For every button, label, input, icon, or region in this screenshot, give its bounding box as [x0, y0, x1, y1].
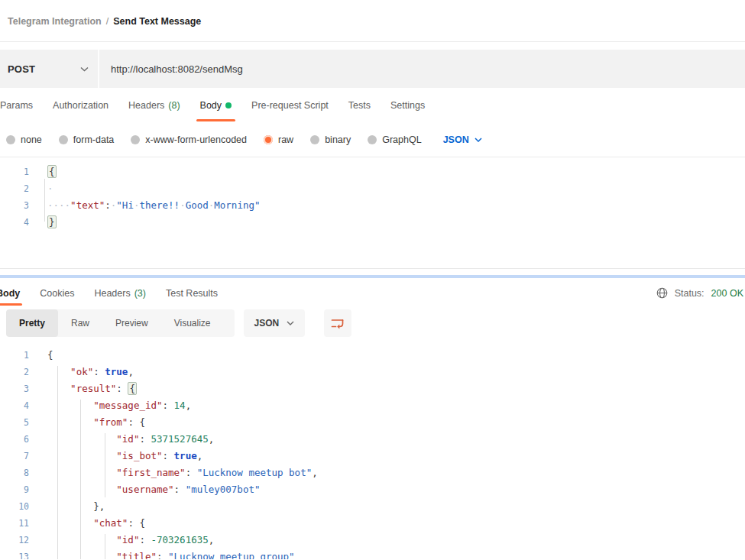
tab-label: Settings	[390, 100, 425, 111]
response-tab-headers[interactable]: Headers (3)	[84, 280, 156, 306]
code-line: 12 "id": -703261635,	[0, 532, 745, 549]
line-number: 11	[0, 515, 29, 532]
chevron-down-icon	[80, 66, 89, 72]
tab-label: Authorization	[53, 100, 109, 111]
response-body-editor[interactable]: 1{2 "ok": true,3 "result": {4 "message_i…	[0, 341, 745, 559]
radio-label: raw	[278, 134, 293, 145]
code-line: 9 "username": "muley007bot"	[0, 481, 745, 498]
code-text: "result": {	[47, 380, 137, 397]
line-number: 7	[0, 448, 29, 465]
code-text: "ok": true,	[47, 364, 134, 380]
method-label: POST	[8, 63, 35, 75]
globe-icon[interactable]	[656, 287, 668, 299]
radio-label: none	[21, 134, 42, 145]
body-modified-dot	[225, 102, 232, 108]
line-number: 1	[0, 163, 29, 180]
chevron-down-icon	[287, 321, 294, 325]
code-line: 3····"text":·"Hi·there!!·Good·Morning"	[0, 197, 745, 214]
code-text: ·	[47, 180, 53, 197]
view-raw[interactable]: Raw	[58, 309, 102, 337]
tab-headers[interactable]: Headers (8)	[118, 88, 190, 123]
code-line: 1{	[0, 163, 745, 180]
response-tab-body[interactable]: Body	[0, 280, 30, 306]
indent-guide	[44, 179, 45, 222]
code-text: },	[47, 498, 105, 515]
code-text: {	[47, 347, 53, 364]
breadcrumb-separator: /	[106, 16, 109, 27]
view-visualize[interactable]: Visualize	[161, 309, 224, 337]
request-tabs: Params Authorization Headers (8) Body Pr…	[0, 88, 745, 123]
tab-pre-request-script[interactable]: Pre-request Script	[241, 88, 338, 123]
line-number: 10	[0, 498, 29, 515]
request-body-editor[interactable]: 1{2·3····"text":·"Hi·there!!·Good·Mornin…	[0, 157, 745, 268]
code-line: 5 "from": {	[0, 414, 745, 431]
tab-label: Cookies	[40, 288, 74, 299]
code-line: 10 },	[0, 498, 745, 515]
breadcrumb: Telegram Integration / Send Text Message	[0, 0, 745, 42]
view-label: Preview	[115, 318, 148, 329]
code-line: 11 "chat": {	[0, 515, 745, 532]
url-input[interactable]: http://localhost:8082/sendMsg	[99, 50, 745, 88]
response-tab-cookies[interactable]: Cookies	[30, 280, 84, 306]
headers-count: (8)	[168, 100, 180, 111]
request-bar: POST http://localhost:8082/sendMsg	[0, 50, 745, 88]
view-label: Visualize	[174, 318, 211, 329]
code-text: "id": -703261635,	[47, 532, 214, 549]
active-tab-underline	[0, 303, 22, 306]
code-text: "title": "Lucknow meetup group"	[47, 549, 295, 559]
tab-label: Tests	[348, 100, 371, 111]
view-label: Raw	[71, 318, 89, 329]
tab-settings[interactable]: Settings	[381, 88, 435, 123]
postman-request-view: Telegram Integration / Send Text Message…	[0, 0, 745, 560]
response-format-selector[interactable]: JSON	[244, 309, 306, 337]
line-number: 12	[0, 532, 29, 549]
code-line: 8 "first_name": "Lucknow meetup bot",	[0, 465, 745, 481]
radio-x-www-form-urlencoded[interactable]: x-www-form-urlencoded	[131, 134, 247, 145]
tab-authorization[interactable]: Authorization	[43, 88, 118, 123]
code-line: 13 "title": "Lucknow meetup group"	[0, 549, 745, 559]
code-line: 2·	[0, 180, 745, 197]
radio-none[interactable]: none	[6, 134, 42, 145]
radio-form-data[interactable]: form-data	[59, 134, 115, 145]
line-number: 4	[0, 397, 29, 414]
view-pretty[interactable]: Pretty	[6, 309, 58, 337]
format-label: JSON	[443, 134, 469, 145]
tab-tests[interactable]: Tests	[338, 88, 381, 123]
radio-label: form-data	[73, 134, 115, 145]
code-text: "message_id": 14,	[47, 397, 191, 414]
code-text: "from": {	[47, 414, 145, 431]
code-text: "is_bot": true,	[47, 448, 202, 465]
code-line: 3 "result": {	[0, 380, 745, 397]
wrap-text-icon	[331, 318, 345, 329]
code-text: "username": "muley007bot"	[47, 481, 260, 498]
raw-format-selector[interactable]: JSON	[443, 134, 482, 145]
request-bar-wrap: POST http://localhost:8082/sendMsg	[0, 42, 745, 88]
status-value[interactable]: 200 OK	[711, 288, 743, 299]
line-number: 13	[0, 549, 29, 559]
line-number: 4	[0, 214, 29, 231]
radio-raw[interactable]: raw	[264, 134, 293, 145]
radio-binary[interactable]: binary	[310, 134, 351, 145]
tab-label: Pre-request Script	[251, 100, 329, 111]
radio-label: x-www-form-urlencoded	[145, 134, 247, 145]
wrap-lines-button[interactable]	[324, 309, 351, 337]
response-header: Body Cookies Headers (3) Test Results	[0, 280, 745, 306]
tab-params[interactable]: Params	[0, 88, 43, 123]
response-tab-test-results[interactable]: Test Results	[156, 280, 228, 306]
line-number: 1	[0, 347, 29, 364]
line-number: 2	[0, 180, 29, 197]
view-preview[interactable]: Preview	[102, 309, 161, 337]
code-line: 2 "ok": true,	[0, 364, 745, 380]
tab-body[interactable]: Body	[190, 88, 242, 123]
tab-label: Body	[200, 100, 222, 111]
code-text: "first_name": "Lucknow meetup bot",	[47, 465, 318, 481]
method-selector[interactable]: POST	[0, 50, 99, 88]
line-number: 9	[0, 481, 29, 498]
line-number: 6	[0, 431, 29, 448]
radio-graphql[interactable]: GraphQL	[368, 134, 421, 145]
code-line: 4 "message_id": 14,	[0, 397, 745, 414]
response-tabs: Body Cookies Headers (3) Test Results	[0, 280, 228, 306]
breadcrumb-request-name[interactable]: Send Text Message	[113, 16, 201, 27]
breadcrumb-collection[interactable]: Telegram Integration	[8, 16, 102, 27]
code-line: 4}	[0, 214, 745, 231]
